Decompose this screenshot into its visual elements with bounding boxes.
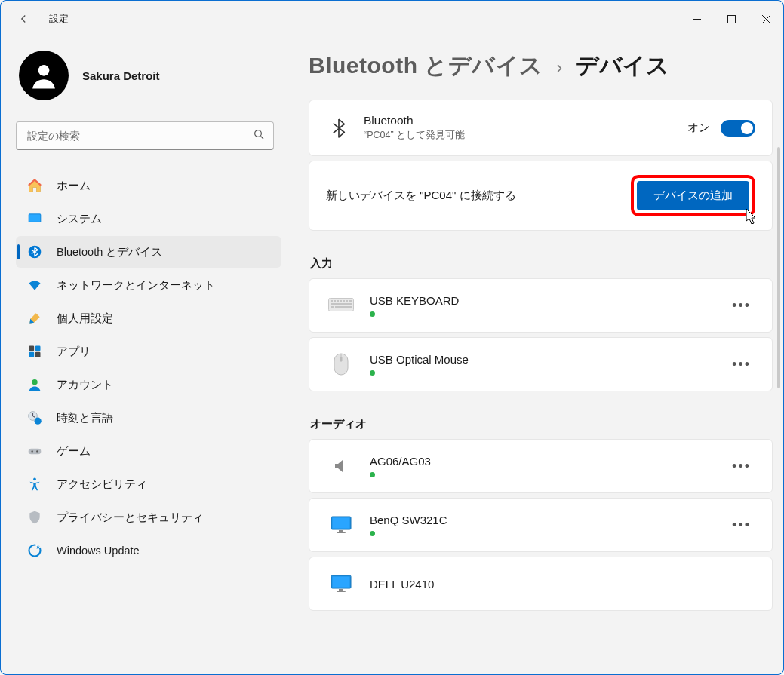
sidebar-item-label: Bluetooth とデバイス bbox=[57, 245, 162, 259]
sidebar-item-system[interactable]: システム bbox=[16, 203, 281, 235]
svg-rect-29 bbox=[340, 303, 343, 305]
svg-rect-20 bbox=[334, 300, 336, 302]
shield-icon bbox=[26, 509, 43, 526]
device-row-benq[interactable]: BenQ SW321C ••• bbox=[309, 498, 773, 552]
search-wrap bbox=[16, 121, 274, 150]
breadcrumb: Bluetooth とデバイス › デバイス bbox=[309, 51, 773, 81]
sidebar-item-apps[interactable]: アプリ bbox=[16, 336, 281, 367]
device-more-button[interactable]: ••• bbox=[727, 295, 755, 317]
svg-rect-9 bbox=[35, 352, 41, 357]
svg-rect-21 bbox=[337, 300, 339, 302]
wifi-icon bbox=[26, 277, 43, 293]
svg-rect-28 bbox=[337, 303, 340, 305]
sidebar-item-bluetooth[interactable]: Bluetooth とデバイス bbox=[16, 236, 281, 268]
svg-rect-22 bbox=[340, 300, 342, 302]
section-head-audio: オーディオ bbox=[310, 417, 773, 431]
device-more-button[interactable]: ••• bbox=[727, 354, 755, 376]
minimize-button[interactable] bbox=[679, 4, 714, 34]
user-icon bbox=[28, 60, 60, 91]
profile[interactable]: Sakura Detroit bbox=[16, 51, 281, 100]
sidebar-item-accounts[interactable]: アカウント bbox=[16, 369, 281, 400]
svg-rect-13 bbox=[29, 449, 42, 455]
close-icon bbox=[762, 15, 770, 23]
sidebar-item-gaming[interactable]: ゲーム bbox=[16, 435, 281, 467]
svg-rect-32 bbox=[331, 306, 334, 308]
device-name: BenQ SW321C bbox=[370, 514, 727, 526]
scrollbar[interactable] bbox=[777, 147, 780, 388]
status-dot bbox=[370, 311, 375, 317]
window-title: 設定 bbox=[49, 12, 69, 26]
profile-name: Sakura Detroit bbox=[82, 69, 160, 82]
sidebar-item-accessibility[interactable]: アクセシビリティ bbox=[16, 468, 281, 500]
svg-rect-33 bbox=[335, 306, 346, 308]
svg-rect-45 bbox=[337, 591, 346, 592]
device-row-ag06[interactable]: AG06/AG03 ••• bbox=[309, 439, 773, 493]
svg-point-2 bbox=[255, 130, 262, 137]
device-row-keyboard[interactable]: USB KEYBOARD ••• bbox=[309, 278, 773, 333]
sidebar-item-label: ネットワークとインターネット bbox=[57, 278, 215, 293]
back-button[interactable] bbox=[10, 5, 37, 32]
home-icon bbox=[26, 177, 43, 194]
svg-rect-41 bbox=[337, 532, 346, 533]
bluetooth-title: Bluetooth bbox=[364, 114, 687, 127]
maximize-button[interactable] bbox=[714, 4, 749, 34]
add-device-button[interactable]: デバイスの追加 bbox=[637, 181, 749, 210]
sidebar-item-label: ホーム bbox=[57, 179, 91, 193]
status-dot bbox=[370, 472, 375, 477]
svg-rect-4 bbox=[29, 215, 40, 222]
search-icon bbox=[253, 128, 265, 143]
add-device-card: 新しいデバイスを "PC04" に接続する デバイスの追加 bbox=[309, 161, 773, 231]
device-more-button[interactable]: ••• bbox=[727, 514, 755, 536]
svg-rect-37 bbox=[340, 357, 343, 361]
sidebar-item-windows-update[interactable]: Windows Update bbox=[16, 535, 281, 566]
svg-rect-25 bbox=[349, 300, 352, 302]
svg-point-10 bbox=[32, 379, 38, 385]
monitor-icon bbox=[326, 571, 356, 597]
account-icon bbox=[26, 376, 43, 393]
sidebar-item-label: アクセシビリティ bbox=[57, 477, 147, 492]
highlight-ring: デバイスの追加 bbox=[631, 175, 755, 216]
svg-rect-26 bbox=[331, 303, 334, 305]
sidebar-item-home[interactable]: ホーム bbox=[16, 170, 281, 201]
breadcrumb-parent[interactable]: Bluetooth とデバイス bbox=[309, 51, 543, 81]
sidebar-item-label: アカウント bbox=[57, 378, 113, 392]
mouse-icon bbox=[326, 351, 356, 377]
paintbrush-icon bbox=[26, 310, 43, 327]
bluetooth-toggle[interactable] bbox=[721, 120, 755, 137]
svg-rect-7 bbox=[35, 346, 41, 351]
device-name: DELL U2410 bbox=[370, 578, 755, 591]
main-content: Bluetooth とデバイス › デバイス Bluetooth “PC04” … bbox=[287, 37, 783, 674]
sidebar-item-time-language[interactable]: 時刻と言語 bbox=[16, 402, 281, 434]
close-button[interactable] bbox=[749, 4, 783, 34]
chevron-right-icon: › bbox=[557, 58, 562, 78]
device-row-mouse[interactable]: USB Optical Mouse ••• bbox=[309, 337, 773, 391]
sidebar-item-network[interactable]: ネットワークとインターネット bbox=[16, 269, 281, 301]
search-input[interactable] bbox=[16, 121, 274, 150]
breadcrumb-current: デバイス bbox=[576, 51, 669, 81]
monitor-icon bbox=[326, 512, 356, 538]
status-dot bbox=[370, 531, 375, 536]
svg-rect-23 bbox=[343, 300, 345, 302]
device-row-dell[interactable]: DELL U2410 bbox=[309, 557, 773, 611]
sidebar-item-privacy[interactable]: プライバシーとセキュリティ bbox=[16, 502, 281, 533]
status-dot bbox=[370, 370, 375, 376]
bluetooth-icon bbox=[326, 118, 352, 139]
add-device-text: 新しいデバイスを "PC04" に接続する bbox=[326, 189, 516, 203]
svg-rect-24 bbox=[346, 300, 348, 302]
bluetooth-icon bbox=[26, 244, 43, 260]
svg-rect-8 bbox=[29, 352, 35, 357]
sidebar: Sakura Detroit ホーム システム bbox=[1, 37, 287, 674]
speaker-icon bbox=[326, 453, 356, 479]
device-more-button[interactable]: ••• bbox=[727, 456, 755, 477]
arrow-left-icon bbox=[17, 12, 30, 26]
sidebar-item-label: ゲーム bbox=[57, 444, 91, 459]
apps-icon bbox=[26, 343, 43, 360]
svg-rect-19 bbox=[331, 300, 333, 302]
sidebar-item-personalization[interactable]: 個人用設定 bbox=[16, 302, 281, 334]
maximize-icon bbox=[727, 15, 736, 23]
clock-globe-icon bbox=[26, 410, 43, 426]
svg-point-14 bbox=[32, 450, 33, 452]
sidebar-item-label: 時刻と言語 bbox=[57, 411, 113, 425]
sidebar-item-label: システム bbox=[57, 212, 102, 226]
svg-rect-34 bbox=[346, 306, 352, 308]
